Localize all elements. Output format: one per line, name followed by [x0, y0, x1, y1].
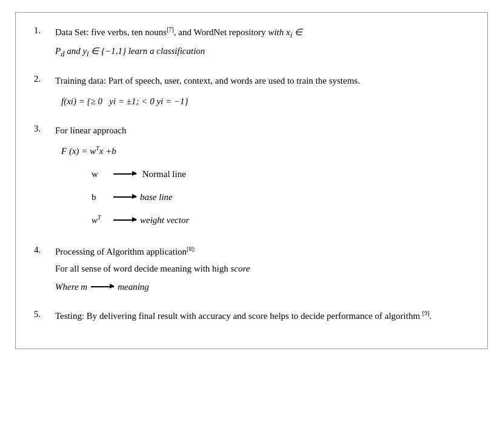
item2-formula-text: f(xi) = {≥ 0 yi = ±1; < 0 yi = −1}: [61, 96, 188, 106]
item5-text: Testing: By delivering final result with…: [55, 309, 469, 323]
item4-sub1-italic: score: [231, 264, 250, 273]
arrow-text-m: meaning: [118, 279, 149, 294]
item1-italic: with xi ∈: [268, 27, 302, 37]
item-number-2: 2.: [34, 73, 55, 84]
item3-text: For linear approach: [55, 123, 469, 138]
arrow-text-b: base line: [140, 190, 173, 204]
arrow-line-m: [91, 286, 114, 287]
item4-ref: [8]:: [187, 246, 195, 252]
list-item-2: 2. Training data: Part of speech, user, …: [34, 73, 469, 112]
list-item-3: 3. For linear approach F (x) = wTx +b w …: [34, 123, 469, 233]
arrow-label-m: Where m: [55, 279, 87, 294]
arrow-row-m: Where m meaning: [55, 279, 469, 294]
item-number-4: 4.: [34, 244, 55, 255]
list-item-5: 5. Testing: By delivering final result w…: [34, 309, 469, 326]
arrow-row-wt: wT weight vector: [92, 213, 469, 227]
arrow-label-b: b: [92, 190, 110, 204]
arrow-row-b: b base line: [92, 190, 469, 204]
item2-formula: f(xi) = {≥ 0 yi = ±1; < 0 yi = −1}: [61, 94, 469, 109]
item2-text: Training data: Part of speech, user, con…: [55, 73, 469, 88]
item-number-5: 5.: [34, 309, 55, 319]
item-number-1: 1.: [34, 25, 55, 36]
list-item-1: 1. Data Set: five verbs, ten nouns[7], a…: [34, 25, 469, 62]
item3-formula: F (x) = wTx +b: [61, 144, 469, 158]
arrow-line-w: [113, 173, 136, 175]
arrow-label-w: w: [92, 167, 110, 181]
item5-ref: [9]: [422, 310, 430, 316]
item4-text-main: Processing of Algorithm application: [55, 247, 187, 256]
item1-text: Data Set: five verbs, ten nouns[7], and …: [55, 25, 469, 41]
arrow-line-b: [113, 196, 136, 198]
item-number-3: 3.: [34, 123, 55, 134]
item5-period: .: [430, 311, 432, 321]
arrow-label-wt: wT: [92, 213, 110, 227]
arrow-sym-b: [113, 196, 136, 198]
page-container: 1. Data Set: five verbs, ten nouns[7], a…: [15, 12, 488, 349]
list-item-4: 4. Processing of Algorithm application[8…: [34, 244, 469, 298]
arrow-text-w: Normal line: [140, 167, 186, 181]
main-list: 1. Data Set: five verbs, ten nouns[7], a…: [34, 25, 469, 326]
item-content-3: For linear approach F (x) = wTx +b w Nor…: [55, 123, 469, 233]
item-content-5: Testing: By delivering final result with…: [55, 309, 469, 326]
item3-text-main: For linear approach: [55, 125, 126, 135]
item2-text-main: Training data: Part of speech, user, con…: [55, 76, 360, 85]
item1-text-main: Data Set: five verbs, ten nouns: [55, 27, 167, 37]
item-content-2: Training data: Part of speech, user, con…: [55, 73, 469, 112]
item5-text-main: Testing: By delivering final result with…: [55, 311, 420, 321]
item3-formula-text: F (x) = wTx +b: [61, 146, 116, 156]
arrow-line-wt: [113, 219, 136, 221]
arrow-text-wt: weight vector: [140, 213, 189, 227]
arrow-sym-w: [113, 173, 136, 175]
item-content-4: Processing of Algorithm application[8]: …: [55, 244, 469, 298]
arrow-row-w: w Normal line: [92, 167, 469, 181]
arrow-sym-m: [91, 286, 114, 287]
item4-sub1: For all sense of word decide meaning wit…: [55, 261, 469, 276]
item1-italic-block: Pd and yi ∈ {−1,1} learn a classificatio…: [55, 44, 469, 60]
item-content-1: Data Set: five verbs, ten nouns[7], and …: [55, 25, 469, 62]
item1-italic-continuation: Pd and yi ∈ {−1,1} learn a classificatio…: [55, 46, 205, 56]
item1-ref: [7]: [167, 26, 174, 33]
item4-text: Processing of Algorithm application[8]:: [55, 244, 469, 259]
arrow-sym-wt: [113, 219, 136, 221]
item4-sub1-text: For all sense of word decide meaning wit…: [55, 264, 231, 273]
item1-text-after: , and WordNet repository: [174, 27, 266, 37]
